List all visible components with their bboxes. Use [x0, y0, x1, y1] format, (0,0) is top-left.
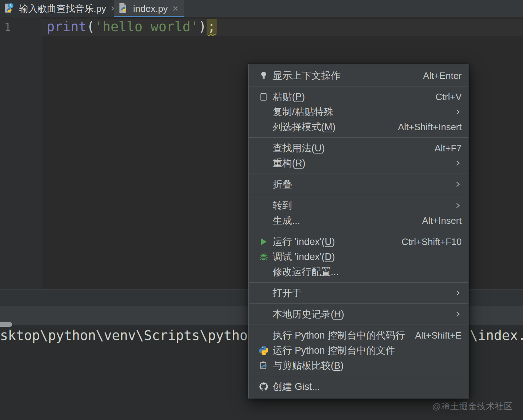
menu-item-find-usages[interactable]: 查找用法(U)Alt+F7 [249, 141, 469, 156]
python-file-icon [118, 3, 130, 15]
menu-item-refactor[interactable]: 重构(R) [249, 156, 469, 171]
watermark: @稀土掘金技术社区 [432, 401, 513, 412]
menu-separator [249, 282, 468, 283]
menu-item-label: 创建 Gist... [273, 380, 320, 393]
github-icon [259, 382, 268, 391]
code-token-string: 'hello world' [95, 19, 199, 34]
menu-item-shortcut: Alt+Enter [423, 70, 462, 81]
menu-separator [249, 137, 468, 138]
code-token-semicolon-highlighted: ; [207, 19, 217, 34]
menu-item-column-selection-mode[interactable]: 列选择模式(M)Alt+Shift+Insert [249, 119, 469, 135]
line-number: 1 [4, 21, 11, 33]
menu-item-paste[interactable]: 粘贴(P)Ctrl+V [249, 89, 469, 104]
submenu-chevron-icon [454, 289, 462, 297]
menu-item-run-file-in-python-console[interactable]: 运行 Python 控制台中的文件 [249, 343, 469, 358]
code-line: print('hello world'); [47, 18, 217, 36]
menu-item-shortcut: Alt+F7 [434, 143, 462, 154]
menu-item-show-context-actions[interactable]: 显示上下文操作Alt+Enter [249, 68, 469, 83]
menu-separator [249, 325, 468, 325]
editor-tab-bar: 输入歌曲查找音乐.py×index.py× [0, 0, 523, 17]
menu-item-shortcut: Alt+Insert [422, 215, 462, 226]
console-path-right: \index. [470, 328, 523, 343]
menu-item-icon-slot [259, 201, 268, 210]
tab-label: index.py [133, 3, 168, 14]
menu-item-icon-slot [259, 143, 268, 153]
menu-item-create-gist[interactable]: 创建 Gist... [249, 379, 469, 394]
menu-item-icon-slot [259, 180, 268, 189]
menu-item-generate[interactable]: 生成...Alt+Insert [249, 213, 469, 228]
menu-item-label: 生成... [273, 214, 300, 227]
menu-item-label: 折叠 [273, 178, 292, 191]
menu-item-icon-slot [259, 107, 268, 117]
menu-item-run-index[interactable]: 运行 'index'(U)Ctrl+Shift+F10 [249, 234, 469, 249]
python-file-clock-icon [4, 3, 16, 15]
menu-item-icon-slot [259, 310, 268, 319]
menu-item-shortcut: Ctrl+Shift+F10 [401, 236, 462, 247]
menu-item-icon-slot [259, 267, 268, 277]
menu-item-label: 转到 [273, 199, 292, 212]
menu-separator [249, 195, 468, 195]
menu-item-go-to[interactable]: 转到 [249, 198, 469, 213]
submenu-chevron-icon [454, 310, 462, 318]
menu-item-debug-index[interactable]: 调试 'index'(D) [249, 249, 469, 264]
menu-separator [249, 174, 468, 174]
menu-item-label: 粘贴(P) [273, 90, 305, 103]
menu-item-modify-run-configuration[interactable]: 修改运行配置... [249, 264, 469, 279]
debug-icon [259, 252, 268, 261]
tab-index-py[interactable]: index.py× [114, 0, 184, 17]
menu-separator [249, 303, 468, 304]
menu-item-open-in[interactable]: 打开于 [249, 285, 469, 301]
submenu-chevron-icon [454, 202, 462, 209]
menu-item-label: 执行 Python 控制台中的代码行 [273, 329, 405, 342]
menu-item-label: 列选择模式(M) [273, 121, 336, 133]
submenu-chevron-icon [454, 159, 462, 167]
tab-label: 输入歌曲查找音乐.py [19, 3, 106, 15]
submenu-chevron-icon [454, 108, 462, 116]
menu-item-folding[interactable]: 折叠 [249, 177, 469, 192]
menu-item-shortcut: Alt+Shift+Insert [398, 122, 462, 133]
menu-separator [249, 231, 468, 231]
tab-close-icon[interactable]: × [173, 4, 178, 14]
menu-item-shortcut: Ctrl+V [435, 91, 462, 103]
menu-item-label: 查找用法(U) [273, 142, 325, 155]
code-token-open-paren: ( [86, 19, 94, 34]
paste-icon [259, 92, 268, 102]
tab-input-song-search-music[interactable]: 输入歌曲查找音乐.py× [0, 0, 122, 17]
menu-item-label: 打开于 [273, 287, 302, 299]
menu-item-label: 运行 'index'(U) [273, 235, 335, 248]
code-token-close-paren: ) [198, 19, 206, 34]
menu-item-label: 调试 'index'(D) [273, 250, 335, 263]
menu-item-local-history[interactable]: 本地历史记录(H) [249, 307, 469, 322]
menu-item-icon-slot [259, 331, 268, 340]
run-icon [259, 237, 268, 246]
menu-item-label: 重构(R) [273, 157, 306, 170]
scrollbar-thumb[interactable] [0, 322, 12, 327]
menu-item-label: 运行 Python 控制台中的文件 [273, 344, 395, 357]
pycharm-window: 输入歌曲查找音乐.py×index.py× 1 print('hello wor… [0, 0, 523, 420]
console-path-left: sktop\python\venv\Scripts\python [0, 328, 256, 343]
menu-separator [249, 86, 468, 86]
menu-item-copy-paste-special[interactable]: 复制/粘贴特殊 [249, 104, 469, 119]
editor-context-menu: 显示上下文操作Alt+Enter粘贴(P)Ctrl+V复制/粘贴特殊列选择模式(… [248, 64, 469, 398]
submenu-chevron-icon [454, 180, 462, 188]
menu-item-compare-with-clipboard[interactable]: 与剪贴板比较(B) [249, 358, 469, 373]
menu-item-shortcut: Alt+Shift+E [415, 330, 462, 341]
menu-item-icon-slot [259, 122, 268, 132]
menu-item-label: 与剪贴板比较(B) [273, 359, 344, 372]
compare-clipboard-icon [259, 361, 268, 370]
lightbulb-icon [259, 71, 268, 80]
menu-item-icon-slot [259, 216, 268, 225]
menu-item-icon-slot [259, 288, 268, 298]
editor-gutter: 1 [0, 17, 42, 289]
menu-item-label: 复制/粘贴特殊 [273, 105, 334, 118]
menu-item-label: 显示上下文操作 [273, 69, 340, 82]
menu-item-icon-slot [259, 159, 268, 168]
menu-item-execute-line-in-python-console[interactable]: 执行 Python 控制台中的代码行Alt+Shift+E [249, 328, 469, 343]
menu-separator [249, 376, 468, 376]
menu-item-label: 本地历史记录(H) [273, 308, 344, 321]
code-token-keyword: print [47, 19, 86, 34]
menu-item-label: 修改运行配置... [273, 265, 339, 278]
python-icon [259, 346, 268, 355]
